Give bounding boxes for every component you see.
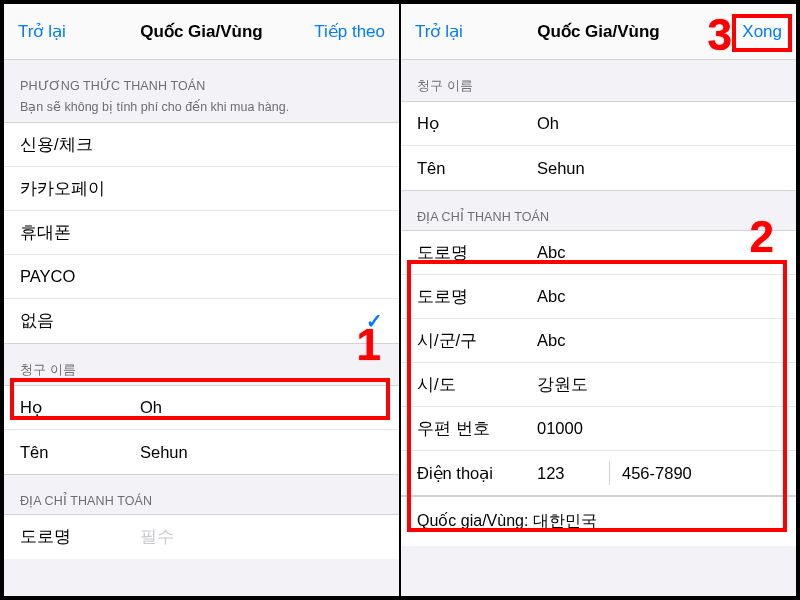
postal-value: 01000 bbox=[537, 419, 780, 438]
phone-area: 123 bbox=[537, 464, 597, 483]
province-row[interactable]: 시/도 강원도 bbox=[401, 363, 796, 407]
street1-row[interactable]: 도로명 Abc bbox=[401, 231, 796, 275]
payment-option-phone[interactable]: 휴대폰 bbox=[4, 211, 399, 255]
street1-label: 도로명 bbox=[417, 242, 537, 264]
province-value: 강원도 bbox=[537, 374, 780, 396]
phone-rest: 456-7890 bbox=[622, 464, 692, 483]
label: PAYCO bbox=[20, 267, 75, 286]
billing-addr-list-right: 도로명 Abc 도로명 Abc 시/군/구 Abc 시/도 강원도 우편 번호 bbox=[401, 230, 796, 496]
street-row-left[interactable]: 도로명 필수 bbox=[4, 515, 399, 559]
label: 신용/체크 bbox=[20, 134, 93, 156]
given-value: Sehun bbox=[140, 443, 383, 462]
given-label: Tên bbox=[417, 159, 537, 178]
checkmark-icon: ✓ bbox=[366, 309, 383, 333]
street2-label: 도로명 bbox=[417, 286, 537, 308]
given-label: Tên bbox=[20, 443, 140, 462]
given-row[interactable]: Tên Sehun bbox=[4, 430, 399, 474]
label: 없음 bbox=[20, 310, 366, 332]
next-button[interactable]: Tiếp theo bbox=[314, 21, 385, 42]
street2-value: Abc bbox=[537, 287, 780, 306]
billing-name-header-right: 청구 이름 bbox=[401, 60, 796, 101]
label: 휴대폰 bbox=[20, 222, 71, 244]
back-button-right[interactable]: Trở lại bbox=[415, 21, 485, 42]
district-label: 시/군/구 bbox=[417, 330, 537, 352]
navbar-right: Trở lại Quốc Gia/Vùng Xong bbox=[401, 4, 796, 60]
district-row[interactable]: 시/군/구 Abc bbox=[401, 319, 796, 363]
billing-addr-list-left: 도로명 필수 bbox=[4, 514, 399, 559]
payment-option-none[interactable]: 없음 ✓ bbox=[4, 299, 399, 343]
billing-addr-header-right: ĐỊA CHỈ THANH TOÁN bbox=[401, 191, 796, 230]
navbar-left: Trở lại Quốc Gia/Vùng Tiếp theo bbox=[4, 4, 399, 60]
surname-value: Oh bbox=[537, 114, 780, 133]
phone-divider bbox=[609, 461, 610, 485]
surname-value: Oh bbox=[140, 398, 383, 417]
postal-label: 우편 번호 bbox=[417, 418, 537, 440]
surname-row[interactable]: Họ Oh bbox=[4, 386, 399, 430]
surname-row-right[interactable]: Họ Oh bbox=[401, 102, 796, 146]
given-row-right[interactable]: Tên Sehun bbox=[401, 146, 796, 190]
label: 카카오페이 bbox=[20, 178, 105, 200]
payment-option-payco[interactable]: PAYCO bbox=[4, 255, 399, 299]
done-button[interactable]: Xong bbox=[712, 22, 782, 42]
given-value: Sehun bbox=[537, 159, 780, 178]
street1-value: Abc bbox=[537, 243, 780, 262]
country-region-line: Quốc gia/Vùng: 대한민국 bbox=[401, 496, 796, 546]
street2-row[interactable]: 도로명 Abc bbox=[401, 275, 796, 319]
payment-option-credit[interactable]: 신용/체크 bbox=[4, 123, 399, 167]
street-label: 도로명 bbox=[20, 526, 140, 548]
payment-options-list: 신용/체크 카카오페이 휴대폰 PAYCO 없음 ✓ bbox=[4, 122, 399, 344]
screen-right: Trở lại Quốc Gia/Vùng Xong 청구 이름 Họ Oh T… bbox=[401, 4, 796, 596]
content-right: 청구 이름 Họ Oh Tên Sehun ĐỊA CHỈ THANH TOÁN… bbox=[401, 60, 796, 596]
billing-name-list: Họ Oh Tên Sehun bbox=[4, 385, 399, 475]
billing-name-list-right: Họ Oh Tên Sehun bbox=[401, 101, 796, 191]
back-button[interactable]: Trở lại bbox=[18, 21, 88, 42]
content-left: PHƯƠNG THỨC THANH TOÁN Bạn sẽ không bị t… bbox=[4, 60, 399, 596]
phone-value-group: 123 456-7890 bbox=[537, 461, 780, 485]
surname-label: Họ bbox=[417, 114, 537, 133]
street-placeholder: 필수 bbox=[140, 526, 383, 548]
screen-left: Trở lại Quốc Gia/Vùng Tiếp theo PHƯƠNG T… bbox=[4, 4, 399, 596]
payment-section-header: PHƯƠNG THỨC THANH TOÁN bbox=[4, 60, 399, 99]
payment-option-kakaopay[interactable]: 카카오페이 bbox=[4, 167, 399, 211]
billing-addr-header-left: ĐỊA CHỈ THANH TOÁN bbox=[4, 475, 399, 514]
surname-label: Họ bbox=[20, 398, 140, 417]
phone-label: Điện thoại bbox=[417, 464, 537, 483]
phone-row[interactable]: Điện thoại 123 456-7890 bbox=[401, 451, 796, 495]
province-label: 시/도 bbox=[417, 374, 537, 396]
postal-row[interactable]: 우편 번호 01000 bbox=[401, 407, 796, 451]
payment-section-sub: Bạn sẽ không bị tính phí cho đến khi mua… bbox=[4, 99, 399, 122]
billing-name-header: 청구 이름 bbox=[4, 344, 399, 385]
district-value: Abc bbox=[537, 331, 780, 350]
